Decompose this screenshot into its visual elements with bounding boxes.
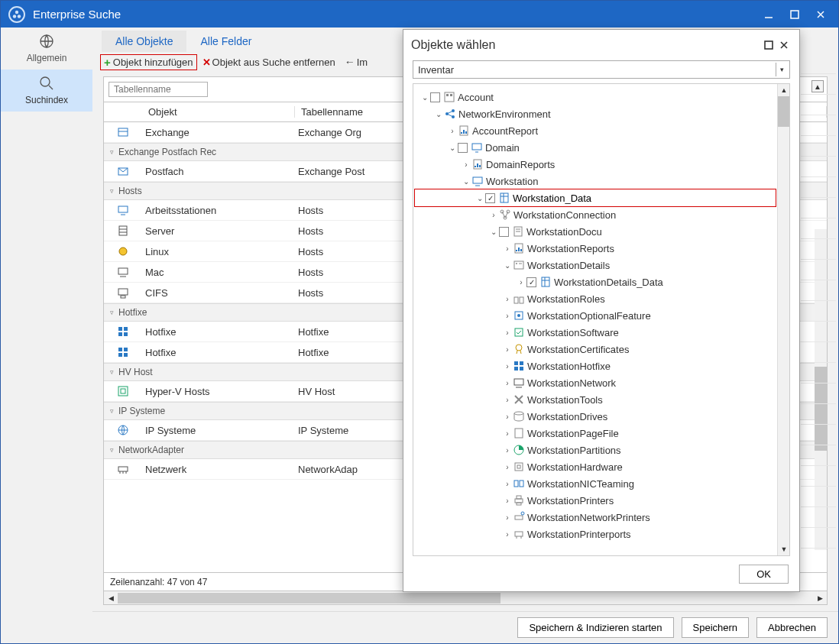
sidebar-item-searchindex[interactable]: Suchindex <box>1 70 92 112</box>
nic-icon <box>104 463 142 475</box>
svg-rect-10 <box>118 128 128 136</box>
chevron-down-icon: ▾ <box>776 63 788 76</box>
expand-toggle[interactable]: › <box>502 530 513 539</box>
svg-rect-109 <box>515 532 523 536</box>
inventory-combo[interactable]: Inventar ▾ <box>413 60 790 79</box>
tree-node[interactable]: ›WorkstationDrives <box>415 408 776 425</box>
svg-rect-101 <box>517 465 520 468</box>
dialog-close-button[interactable] <box>776 37 792 53</box>
add-object-button[interactable]: +Objekt hinzufügen <box>100 54 197 70</box>
save-and-index-button[interactable]: Speichern & Indizieren starten <box>517 617 673 638</box>
col-object[interactable]: Objekt <box>142 106 295 118</box>
expand-toggle[interactable]: › <box>502 446 513 455</box>
tree-node[interactable]: ›WorkstationPartitions <box>415 442 776 458</box>
remove-object-button[interactable]: ✕Objekt aus Suche entfernen <box>199 55 339 70</box>
expand-toggle[interactable]: › <box>502 463 513 471</box>
horizontal-scrollbar[interactable]: ◀▶ <box>104 591 827 604</box>
expand-toggle[interactable]: › <box>502 480 513 488</box>
expand-toggle[interactable]: ⌄ <box>461 177 471 186</box>
expand-toggle[interactable]: ⌄ <box>433 110 444 118</box>
expand-toggle[interactable]: › <box>502 244 513 253</box>
tree-node[interactable]: ›AccountReport <box>415 122 776 139</box>
tree-node[interactable]: ⌄NetworkEnvironment <box>415 105 776 122</box>
feature-icon <box>513 309 525 322</box>
tree-node[interactable]: ⌄Domain <box>415 139 776 156</box>
expand-toggle[interactable]: › <box>502 362 513 371</box>
tree-node[interactable]: ›WorkstationSoftware <box>415 324 776 341</box>
dialog-maximize-button[interactable] <box>761 37 776 53</box>
cell-object: Hotfixe <box>142 326 295 338</box>
object-tree[interactable]: ⌄Account⌄NetworkEnvironment›AccountRepor… <box>413 84 777 555</box>
tree-node[interactable]: ›WorkstationReports <box>415 240 776 257</box>
tree-node-label: WorkstationDetails <box>527 260 610 271</box>
tree-node[interactable]: ›WorkstationPrinterports <box>415 526 776 542</box>
expand-toggle[interactable]: ⌄ <box>447 144 458 152</box>
expand-toggle[interactable]: › <box>502 513 513 522</box>
sidebar-item-general[interactable]: Allgemein <box>1 28 92 70</box>
expand-toggle[interactable]: › <box>502 396 513 404</box>
tree-node[interactable]: ›WorkstationHardware <box>415 458 776 475</box>
expand-toggle[interactable]: › <box>502 328 513 337</box>
expand-toggle[interactable]: › <box>502 429 513 438</box>
expand-toggle[interactable]: ⌄ <box>475 194 485 202</box>
expand-toggle[interactable]: › <box>461 160 471 169</box>
tree-node[interactable]: ⌄Account <box>415 89 776 105</box>
checkbox[interactable]: ✓ <box>526 277 536 287</box>
import-button[interactable]: ←Im <box>341 54 371 70</box>
expand-toggle[interactable]: › <box>447 127 458 135</box>
tree-node[interactable]: ⌄Workstation <box>415 173 776 189</box>
close-button[interactable] <box>808 2 834 28</box>
checkbox[interactable] <box>499 227 509 237</box>
tree-node[interactable]: ⌄WorkstationDetails <box>415 257 776 273</box>
svg-rect-22 <box>118 327 122 331</box>
expand-toggle[interactable]: › <box>516 278 526 286</box>
minimize-button[interactable] <box>756 2 782 28</box>
expand-toggle[interactable]: ⌄ <box>502 261 513 270</box>
tree-node-label: Workstation <box>486 176 538 187</box>
tree-node[interactable]: ›WorkstationRoles <box>415 290 776 307</box>
cell-object: IP Systeme <box>142 425 295 436</box>
expand-toggle[interactable]: › <box>488 211 499 219</box>
tree-node[interactable]: ›WorkstationHotfixe <box>415 358 776 374</box>
tree-node[interactable]: ›WorkstationCertificates <box>415 341 776 358</box>
expand-toggle[interactable]: › <box>502 413 513 421</box>
svg-point-97 <box>514 412 523 415</box>
report-icon <box>458 125 470 137</box>
svg-point-8 <box>40 77 50 86</box>
tree-node[interactable]: ›WorkstationTools <box>415 391 776 408</box>
expand-toggle[interactable]: › <box>502 295 513 303</box>
maximize-button[interactable] <box>782 2 808 28</box>
tree-node[interactable]: ›WorkstationNICTeaming <box>415 475 776 492</box>
cancel-button[interactable]: Abbrechen <box>756 617 828 638</box>
checkbox[interactable]: ✓ <box>485 193 495 203</box>
tree-node[interactable]: ›WorkstationPageFile <box>415 425 776 442</box>
expand-toggle[interactable]: ⌄ <box>488 228 499 236</box>
tree-node[interactable]: ›WorkstationNetworkPrinters <box>415 509 776 526</box>
tree-node[interactable]: ›WorkstationOptionalFeature <box>415 307 776 324</box>
tree-scrollbar[interactable]: ▲▼ <box>777 84 789 555</box>
tab-all-fields[interactable]: Alle Felder <box>186 31 265 52</box>
tab-all-objects[interactable]: Alle Objekte <box>102 31 186 52</box>
tree-node[interactable]: ›WorkstationNetwork <box>415 374 776 391</box>
expand-toggle[interactable]: ⌄ <box>420 93 430 102</box>
expand-toggle[interactable]: › <box>502 497 513 505</box>
tree-node[interactable]: ›WorkstationPrinters <box>415 492 776 509</box>
svg-rect-25 <box>124 332 128 336</box>
svg-rect-90 <box>520 361 523 365</box>
tree-node[interactable]: ›WorkstationConnection <box>415 206 776 223</box>
checkbox[interactable] <box>430 92 440 102</box>
tree-node[interactable]: ›DomainReports <box>415 156 776 173</box>
svg-rect-92 <box>520 367 523 371</box>
save-button[interactable]: Speichern <box>682 617 750 638</box>
expand-toggle[interactable]: › <box>502 312 513 320</box>
tree-node[interactable]: ›✓WorkstationDetails_Data <box>415 273 776 290</box>
filter-tablename-input[interactable]: Tabellenname <box>109 82 208 97</box>
tree-node-label: DomainReports <box>486 159 555 170</box>
svg-rect-33 <box>118 467 128 471</box>
ok-button[interactable]: OK <box>739 565 789 584</box>
expand-toggle[interactable]: › <box>502 379 513 387</box>
expand-toggle[interactable]: › <box>502 345 513 354</box>
checkbox[interactable] <box>458 143 468 153</box>
tree-node[interactable]: ⌄✓Workstation_Data <box>415 189 776 206</box>
tree-node[interactable]: ⌄WorkstationDocu <box>415 223 776 240</box>
